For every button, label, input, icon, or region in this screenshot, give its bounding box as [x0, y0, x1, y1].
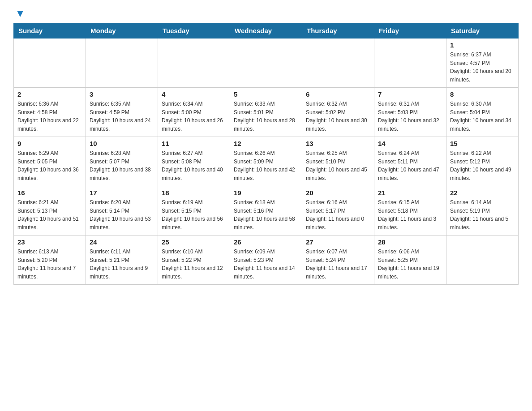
calendar-cell: [14, 39, 86, 88]
calendar-cell: 9Sunrise: 6:29 AMSunset: 5:05 PMDaylight…: [14, 137, 86, 186]
calendar-cell: 4Sunrise: 6:34 AMSunset: 5:00 PMDaylight…: [158, 88, 230, 137]
day-info: Sunrise: 6:18 AMSunset: 5:16 PMDaylight:…: [234, 198, 298, 231]
day-info: Sunrise: 6:35 AMSunset: 4:59 PMDaylight:…: [90, 100, 154, 133]
calendar-table: SundayMondayTuesdayWednesdayThursdayFrid…: [13, 23, 519, 285]
day-info: Sunrise: 6:14 AMSunset: 5:19 PMDaylight:…: [450, 198, 515, 231]
calendar-cell: 23Sunrise: 6:13 AMSunset: 5:20 PMDayligh…: [14, 235, 86, 285]
day-number: 14: [378, 140, 442, 147]
day-info: Sunrise: 6:24 AMSunset: 5:11 PMDaylight:…: [378, 149, 442, 182]
day-number: 6: [306, 90, 370, 98]
day-info: Sunrise: 6:06 AMSunset: 5:25 PMDaylight:…: [378, 248, 442, 281]
day-info: Sunrise: 6:20 AMSunset: 5:14 PMDaylight:…: [90, 198, 154, 231]
calendar-cell: 13Sunrise: 6:25 AMSunset: 5:10 PMDayligh…: [302, 137, 374, 186]
day-number: 20: [306, 189, 370, 197]
logo: [13, 9, 25, 19]
day-info: Sunrise: 6:30 AMSunset: 5:04 PMDaylight:…: [450, 100, 515, 133]
day-number: 1: [450, 41, 515, 49]
day-number: 17: [90, 189, 154, 197]
day-info: Sunrise: 6:19 AMSunset: 5:15 PMDaylight:…: [162, 198, 226, 231]
weekday-header-row: SundayMondayTuesdayWednesdayThursdayFrid…: [14, 23, 519, 39]
day-number: 7: [378, 90, 442, 98]
day-number: 18: [162, 189, 226, 197]
calendar-cell: [374, 39, 446, 88]
day-number: 27: [306, 238, 370, 246]
day-info: Sunrise: 6:10 AMSunset: 5:22 PMDaylight:…: [162, 248, 226, 281]
day-number: 10: [90, 140, 154, 147]
day-number: 15: [450, 140, 515, 147]
calendar-cell: 12Sunrise: 6:26 AMSunset: 5:09 PMDayligh…: [230, 137, 302, 186]
calendar-week-row: 2Sunrise: 6:36 AMSunset: 4:58 PMDaylight…: [14, 88, 519, 137]
calendar-cell: 8Sunrise: 6:30 AMSunset: 5:04 PMDaylight…: [446, 88, 519, 137]
calendar-cell: 6Sunrise: 6:32 AMSunset: 5:02 PMDaylight…: [302, 88, 374, 137]
day-info: Sunrise: 6:13 AMSunset: 5:20 PMDaylight:…: [17, 248, 82, 281]
day-number: 8: [450, 90, 515, 98]
calendar-cell: 27Sunrise: 6:07 AMSunset: 5:24 PMDayligh…: [302, 235, 374, 285]
day-number: 25: [162, 238, 226, 246]
day-number: 12: [234, 140, 298, 147]
day-number: 21: [378, 189, 442, 197]
day-info: Sunrise: 6:28 AMSunset: 5:07 PMDaylight:…: [90, 149, 154, 182]
calendar-cell: [86, 39, 158, 88]
calendar-cell: 22Sunrise: 6:14 AMSunset: 5:19 PMDayligh…: [446, 186, 519, 235]
calendar-week-row: 16Sunrise: 6:21 AMSunset: 5:13 PMDayligh…: [14, 186, 519, 235]
calendar-cell: 20Sunrise: 6:16 AMSunset: 5:17 PMDayligh…: [302, 186, 374, 235]
calendar-cell: 5Sunrise: 6:33 AMSunset: 5:01 PMDaylight…: [230, 88, 302, 137]
day-info: Sunrise: 6:34 AMSunset: 5:00 PMDaylight:…: [162, 100, 226, 133]
day-number: 16: [17, 189, 82, 197]
day-info: Sunrise: 6:21 AMSunset: 5:13 PMDaylight:…: [17, 198, 82, 231]
day-number: 4: [162, 90, 226, 98]
day-number: 3: [90, 90, 154, 98]
calendar-cell: 18Sunrise: 6:19 AMSunset: 5:15 PMDayligh…: [158, 186, 230, 235]
calendar-cell: 17Sunrise: 6:20 AMSunset: 5:14 PMDayligh…: [86, 186, 158, 235]
day-info: Sunrise: 6:15 AMSunset: 5:18 PMDaylight:…: [378, 198, 442, 231]
day-info: Sunrise: 6:26 AMSunset: 5:09 PMDaylight:…: [234, 149, 298, 182]
day-info: Sunrise: 6:31 AMSunset: 5:03 PMDaylight:…: [378, 100, 442, 133]
day-number: 23: [17, 238, 82, 246]
weekday-header-saturday: Saturday: [446, 23, 519, 39]
day-number: 26: [234, 238, 298, 246]
day-info: Sunrise: 6:11 AMSunset: 5:21 PMDaylight:…: [90, 248, 154, 281]
weekday-header-tuesday: Tuesday: [158, 23, 230, 39]
calendar-cell: [230, 39, 302, 88]
day-number: 19: [234, 189, 298, 197]
day-info: Sunrise: 6:32 AMSunset: 5:02 PMDaylight:…: [306, 100, 370, 133]
calendar-cell: 21Sunrise: 6:15 AMSunset: 5:18 PMDayligh…: [374, 186, 446, 235]
day-number: 9: [17, 140, 82, 147]
day-info: Sunrise: 6:36 AMSunset: 4:58 PMDaylight:…: [17, 100, 82, 133]
weekday-header-wednesday: Wednesday: [230, 23, 302, 39]
calendar-cell: 25Sunrise: 6:10 AMSunset: 5:22 PMDayligh…: [158, 235, 230, 285]
day-number: 24: [90, 238, 154, 246]
day-info: Sunrise: 6:33 AMSunset: 5:01 PMDaylight:…: [234, 100, 298, 133]
calendar-cell: 28Sunrise: 6:06 AMSunset: 5:25 PMDayligh…: [374, 235, 446, 285]
calendar-week-row: 23Sunrise: 6:13 AMSunset: 5:20 PMDayligh…: [14, 235, 519, 285]
calendar-week-row: 1Sunrise: 6:37 AMSunset: 4:57 PMDaylight…: [14, 39, 519, 88]
day-info: Sunrise: 6:25 AMSunset: 5:10 PMDaylight:…: [306, 149, 370, 182]
day-number: 11: [162, 140, 226, 147]
calendar-cell: 7Sunrise: 6:31 AMSunset: 5:03 PMDaylight…: [374, 88, 446, 137]
day-info: Sunrise: 6:29 AMSunset: 5:05 PMDaylight:…: [17, 149, 82, 182]
day-number: 28: [378, 238, 442, 246]
calendar-cell: 1Sunrise: 6:37 AMSunset: 4:57 PMDaylight…: [446, 39, 519, 88]
day-info: Sunrise: 6:27 AMSunset: 5:08 PMDaylight:…: [162, 149, 226, 182]
svg-marker-0: [17, 11, 23, 17]
calendar-cell: 15Sunrise: 6:22 AMSunset: 5:12 PMDayligh…: [446, 137, 519, 186]
day-info: Sunrise: 6:07 AMSunset: 5:24 PMDaylight:…: [306, 248, 370, 281]
calendar-cell: 2Sunrise: 6:36 AMSunset: 4:58 PMDaylight…: [14, 88, 86, 137]
calendar-week-row: 9Sunrise: 6:29 AMSunset: 5:05 PMDaylight…: [14, 137, 519, 186]
calendar-cell: 16Sunrise: 6:21 AMSunset: 5:13 PMDayligh…: [14, 186, 86, 235]
calendar-cell: 24Sunrise: 6:11 AMSunset: 5:21 PMDayligh…: [86, 235, 158, 285]
day-number: 2: [17, 90, 82, 98]
weekday-header-friday: Friday: [374, 23, 446, 39]
day-info: Sunrise: 6:37 AMSunset: 4:57 PMDaylight:…: [450, 51, 515, 84]
calendar-cell: [158, 39, 230, 88]
day-info: Sunrise: 6:09 AMSunset: 5:23 PMDaylight:…: [234, 248, 298, 281]
logo-triangle-icon: [15, 9, 25, 19]
day-info: Sunrise: 6:22 AMSunset: 5:12 PMDaylight:…: [450, 149, 515, 182]
calendar-cell: 10Sunrise: 6:28 AMSunset: 5:07 PMDayligh…: [86, 137, 158, 186]
weekday-header-thursday: Thursday: [302, 23, 374, 39]
day-info: Sunrise: 6:16 AMSunset: 5:17 PMDaylight:…: [306, 198, 370, 231]
calendar-cell: 19Sunrise: 6:18 AMSunset: 5:16 PMDayligh…: [230, 186, 302, 235]
calendar-cell: [302, 39, 374, 88]
calendar-cell: 11Sunrise: 6:27 AMSunset: 5:08 PMDayligh…: [158, 137, 230, 186]
weekday-header-monday: Monday: [86, 23, 158, 39]
